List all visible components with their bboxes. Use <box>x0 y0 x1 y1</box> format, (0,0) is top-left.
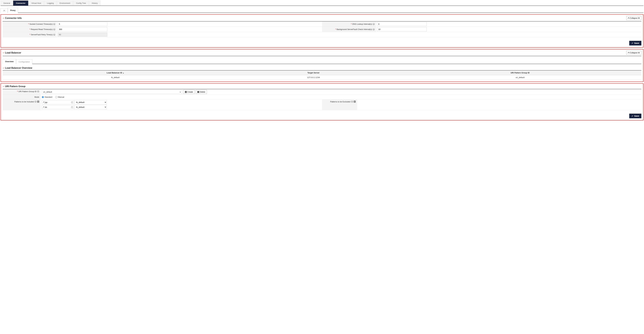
cell-target-server: 127.0.0.1:1234 <box>228 75 399 80</box>
clear-icon[interactable]: ✕ <box>71 101 73 104</box>
save-label: Save <box>634 115 639 117</box>
uri-pattern-group-title: − URI Pattern Group <box>3 85 26 88</box>
uri-pattern-group-panel: − URI Pattern Group * URI Pattern Group … <box>0 83 644 120</box>
mode-standard-radio[interactable] <box>42 96 44 98</box>
collapse-all-button[interactable]: Collapse All <box>626 51 641 55</box>
help-icon[interactable]: ? <box>53 23 55 25</box>
uri-pattern-group-id-label: URI Pattern Group ID <box>18 90 36 92</box>
tab-overview[interactable]: Overview <box>3 59 16 64</box>
collapse-icon[interactable]: − <box>3 17 4 20</box>
plus-icon <box>185 91 187 93</box>
col-uri-pattern-group-id[interactable]: URI Pattern Group ID <box>399 70 641 75</box>
tab-environment[interactable]: Environment <box>57 0 73 6</box>
collapse-icon[interactable]: − <box>3 67 4 69</box>
included-pattern-row: ✕ lb_default <box>42 105 321 109</box>
save-button[interactable]: Save <box>629 41 641 46</box>
collapse-icon[interactable]: − <box>3 52 4 54</box>
tab-history[interactable]: History <box>89 0 100 6</box>
socket-connect-timeout-input[interactable] <box>58 22 107 26</box>
col-target-server[interactable]: Target Server <box>228 70 399 75</box>
included-pattern-input-0[interactable] <box>42 100 74 104</box>
included-pattern-input-1[interactable] <box>42 105 74 109</box>
connector-info-title: − Connector Info <box>3 17 22 20</box>
add-included-pattern-icon[interactable]: + <box>37 100 39 103</box>
save-button[interactable]: Save <box>629 114 641 118</box>
tab-logging[interactable]: Logging <box>44 0 56 6</box>
bg-serverfault-check-input[interactable] <box>377 27 427 31</box>
required-star: * <box>351 23 352 25</box>
tab-general[interactable]: General <box>0 0 13 6</box>
mode-standard-option[interactable]: Standard <box>42 96 52 98</box>
required-star: * <box>30 34 30 36</box>
minus-icon <box>197 91 199 93</box>
included-lb-select-1[interactable]: lb_default <box>74 105 107 109</box>
help-icon[interactable]: ? <box>373 28 375 30</box>
delete-label: Delete <box>200 91 205 93</box>
required-star: * <box>30 28 30 30</box>
check-icon <box>632 42 633 44</box>
patterns-included-label: Patterns to be Included <box>14 100 34 103</box>
mode-manual-option[interactable]: Manual <box>55 96 64 98</box>
mode-manual-label: Manual <box>58 96 64 98</box>
request-read-timeout-label: Request Read TImeout(s) <box>31 28 53 30</box>
main-tabs: General Connector Virtual Host Logging E… <box>0 0 644 6</box>
request-read-timeout-input[interactable] <box>58 27 107 31</box>
section-title-text: URI Pattern Group <box>5 85 26 88</box>
required-star: * <box>17 90 18 92</box>
serverfault-retry-input <box>58 32 107 36</box>
required-star: * <box>335 28 336 30</box>
help-icon[interactable]: ? <box>37 90 39 92</box>
collapse-icon[interactable]: − <box>3 85 4 88</box>
help-icon[interactable]: ? <box>373 23 375 25</box>
connector-info-form: * Socket Connect TImeout(s) ? * DNS Look… <box>3 22 641 37</box>
cell-lb-id: lb_default <box>3 75 228 80</box>
help-icon[interactable]: ? <box>53 28 55 30</box>
section-title-text: Load Balancer Overview <box>5 67 32 69</box>
table-row[interactable]: lb_default 127.0.0.1:1234 uri_default <box>3 75 641 80</box>
help-icon[interactable]: ? <box>34 100 36 103</box>
bg-serverfault-check-label: Background ServerFault Check Interval(s) <box>336 28 372 30</box>
subtab-jk[interactable]: JK <box>0 8 8 13</box>
tab-virtual-host[interactable]: Virtual Host <box>28 0 44 6</box>
socket-connect-timeout-label: Socket Connect TImeout(s) <box>30 23 53 25</box>
uri-pattern-group-id-value: uri_default <box>43 91 52 93</box>
subtab-proxy[interactable]: Proxy <box>8 8 18 13</box>
collapse-all-button[interactable]: Collapse All <box>626 16 641 20</box>
included-pattern-row: ✕ lb_default <box>42 100 321 104</box>
mode-label: Mode <box>34 96 39 98</box>
help-icon[interactable]: ? <box>351 100 353 103</box>
sort-asc-icon: ▲ <box>123 72 124 74</box>
section-title-text: Connector Info <box>5 17 22 20</box>
mode-manual-radio[interactable] <box>55 96 57 98</box>
col-lb-id[interactable]: Load Balancer ID ▲ <box>3 70 228 75</box>
collapse-all-label: Collapse All <box>630 17 640 19</box>
included-lb-select-0[interactable]: lb_default <box>74 100 107 104</box>
load-balancer-panel: − Load Balancer Collapse All Overview Co… <box>0 49 644 82</box>
create-button[interactable]: Create <box>183 90 194 94</box>
delete-button[interactable]: Delete <box>196 90 207 94</box>
collapse-all-label: Collapse All <box>630 52 640 54</box>
caret-down-icon <box>180 91 181 93</box>
chevron-up-icon <box>628 52 629 54</box>
help-icon[interactable]: ? <box>53 34 55 36</box>
save-label: Save <box>634 42 639 44</box>
section-title-text: Load Balancer <box>5 52 21 54</box>
create-label: Create <box>187 91 193 93</box>
connector-info-panel: − Connector Info Collapse All * Socket C… <box>0 14 644 48</box>
dns-lookup-interval-input[interactable] <box>377 22 427 26</box>
clear-icon[interactable]: ✕ <box>71 106 73 108</box>
lb-inner-tabs: Overview Configuration <box>3 59 641 64</box>
check-icon <box>632 115 633 117</box>
add-excluded-pattern-icon[interactable]: + <box>354 100 356 103</box>
sub-tabs: JK Proxy <box>0 8 644 13</box>
uri-pattern-group-id-select[interactable]: uri_default <box>42 90 182 94</box>
load-balancer-title: − Load Balancer <box>3 52 21 54</box>
mode-standard-label: Standard <box>44 96 52 98</box>
required-star: * <box>28 23 29 25</box>
tab-config-tree[interactable]: Config Tree <box>73 0 88 6</box>
tab-connector[interactable]: Connector <box>13 0 28 6</box>
tab-configuration[interactable]: Configuration <box>16 59 32 64</box>
chevron-up-icon <box>628 17 629 19</box>
lb-overview-title: − Load Balancer Overview <box>3 67 641 69</box>
serverfault-retry-label: ServerFault Retry Time(s) <box>31 34 53 36</box>
